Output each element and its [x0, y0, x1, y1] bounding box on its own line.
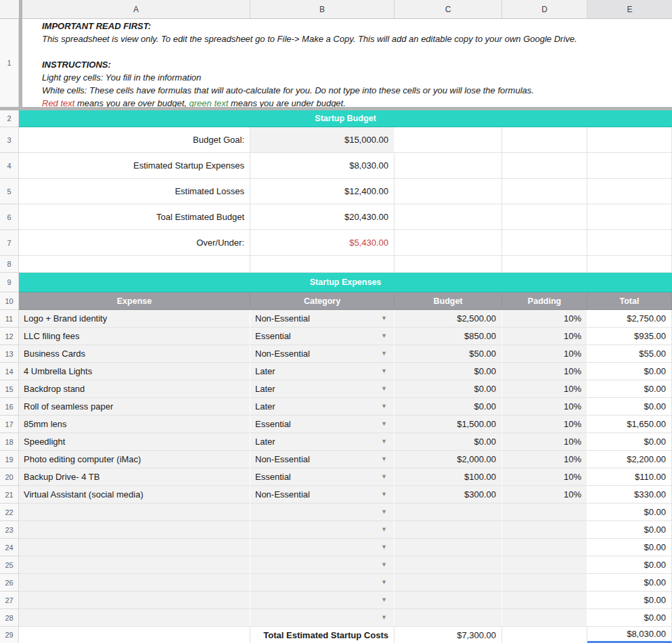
padding-cell[interactable]: 10%: [502, 363, 587, 380]
grand-total-cell[interactable]: $8,030.00: [587, 627, 672, 643]
budget-cell[interactable]: [395, 592, 502, 609]
dropdown-arrow-icon[interactable]: ▼: [381, 509, 387, 515]
dropdown-arrow-icon[interactable]: ▼: [381, 439, 387, 445]
padding-cell[interactable]: 10%: [502, 416, 587, 433]
dropdown-arrow-icon[interactable]: ▼: [381, 491, 387, 497]
expense-name-cell[interactable]: Backdrop stand: [19, 380, 250, 398]
total-cell[interactable]: $0.00: [587, 539, 672, 556]
expense-name-cell[interactable]: [19, 574, 250, 592]
row-header[interactable]: 12: [0, 328, 19, 345]
expense-name-cell[interactable]: [19, 556, 250, 574]
budget-cell[interactable]: $300.00: [395, 486, 502, 504]
summary-value-cell[interactable]: $5,430.00: [250, 230, 395, 256]
empty-cell[interactable]: [587, 204, 672, 230]
total-budget-cell[interactable]: $7,300.00: [395, 627, 502, 643]
empty-cell[interactable]: [587, 127, 672, 153]
row-header[interactable]: 16: [0, 398, 19, 416]
dropdown-arrow-icon[interactable]: ▼: [381, 544, 387, 550]
budget-cell[interactable]: [395, 521, 502, 539]
budget-cell[interactable]: $50.00: [395, 345, 502, 363]
budget-cell[interactable]: $850.00: [395, 328, 502, 345]
row-header[interactable]: 6: [0, 204, 19, 230]
row-header[interactable]: 19: [0, 451, 19, 468]
total-cell[interactable]: $330.00: [587, 486, 672, 504]
header-expense[interactable]: Expense: [19, 292, 250, 310]
summary-value-cell[interactable]: $8,030.00: [250, 153, 395, 179]
row-header[interactable]: 17: [0, 416, 19, 433]
category-cell[interactable]: Non-Essential▼: [250, 486, 395, 504]
summary-label-cell[interactable]: Estimated Losses: [19, 179, 250, 204]
budget-cell[interactable]: [395, 574, 502, 592]
budget-cell[interactable]: [395, 539, 502, 556]
row-header[interactable]: 25: [0, 556, 19, 574]
startup-budget-title-cell[interactable]: Startup Budget: [19, 110, 672, 127]
expense-name-cell[interactable]: Speedlight: [19, 433, 250, 451]
startup-expenses-title-cell[interactable]: Startup Expenses: [19, 273, 672, 292]
total-cell[interactable]: $0.00: [587, 380, 672, 398]
empty-cell[interactable]: [395, 230, 502, 256]
category-cell[interactable]: Non-Essential▼: [250, 310, 395, 328]
expense-name-cell[interactable]: Backup Drive- 4 TB: [19, 468, 250, 486]
category-cell[interactable]: Later▼: [250, 433, 395, 451]
total-cell[interactable]: $2,200.00: [587, 451, 672, 468]
expense-name-cell[interactable]: Logo + Brand identity: [19, 310, 250, 328]
summary-label-cell[interactable]: Budget Goal:: [19, 127, 250, 153]
category-cell[interactable]: ▼: [250, 504, 395, 521]
expense-name-cell[interactable]: LLC filing fees: [19, 328, 250, 345]
budget-cell[interactable]: $0.00: [395, 363, 502, 380]
budget-cell[interactable]: $0.00: [395, 398, 502, 416]
empty-cell[interactable]: [502, 204, 587, 230]
row-header[interactable]: 21: [0, 486, 19, 504]
expense-name-cell[interactable]: [19, 592, 250, 609]
category-cell[interactable]: ▼: [250, 609, 395, 627]
budget-cell[interactable]: [395, 609, 502, 627]
row-header[interactable]: 14: [0, 363, 19, 380]
category-cell[interactable]: Essential▼: [250, 468, 395, 486]
padding-cell[interactable]: [502, 574, 587, 592]
row-header-1[interactable]: 1: [0, 19, 19, 107]
header-padding[interactable]: Padding: [502, 292, 587, 310]
padding-cell[interactable]: 10%: [502, 433, 587, 451]
row-header[interactable]: 7: [0, 230, 19, 256]
empty-cell[interactable]: [250, 256, 395, 273]
category-cell[interactable]: Later▼: [250, 363, 395, 380]
padding-cell[interactable]: 10%: [502, 468, 587, 486]
dropdown-arrow-icon[interactable]: ▼: [381, 562, 387, 568]
empty-cell[interactable]: [502, 127, 587, 153]
dropdown-arrow-icon[interactable]: ▼: [381, 474, 387, 480]
header-category[interactable]: Category: [250, 292, 395, 310]
category-cell[interactable]: Essential▼: [250, 328, 395, 345]
summary-label-cell[interactable]: Toal Estimated Budget: [19, 204, 250, 230]
dropdown-arrow-icon[interactable]: ▼: [381, 351, 387, 357]
category-cell[interactable]: ▼: [250, 556, 395, 574]
total-cell[interactable]: $0.00: [587, 398, 672, 416]
category-cell[interactable]: ▼: [250, 521, 395, 539]
row-header[interactable]: 13: [0, 345, 19, 363]
empty-cell[interactable]: [502, 153, 587, 179]
row-header[interactable]: 11: [0, 310, 19, 328]
dropdown-arrow-icon[interactable]: ▼: [381, 403, 387, 409]
expense-name-cell[interactable]: Photo editing computer (iMac): [19, 451, 250, 468]
row-header[interactable]: 24: [0, 539, 19, 556]
total-cell[interactable]: $0.00: [587, 556, 672, 574]
empty-cell[interactable]: [587, 256, 672, 273]
total-cell[interactable]: $110.00: [587, 468, 672, 486]
category-cell[interactable]: ▼: [250, 574, 395, 592]
empty-cell[interactable]: [502, 256, 587, 273]
budget-cell[interactable]: $2,000.00: [395, 451, 502, 468]
header-total[interactable]: Total: [587, 292, 672, 310]
padding-cell[interactable]: [502, 556, 587, 574]
expense-name-cell[interactable]: Business Cards: [19, 345, 250, 363]
dropdown-arrow-icon[interactable]: ▼: [381, 579, 387, 585]
dropdown-arrow-icon[interactable]: ▼: [381, 456, 387, 462]
total-cell[interactable]: $0.00: [587, 504, 672, 521]
dropdown-arrow-icon[interactable]: ▼: [381, 368, 387, 374]
total-cell[interactable]: $2,750.00: [587, 310, 672, 328]
row-header[interactable]: 22: [0, 504, 19, 521]
column-header-e[interactable]: E: [587, 0, 672, 19]
empty-cell[interactable]: [19, 627, 250, 643]
total-cell[interactable]: $0.00: [587, 363, 672, 380]
padding-cell[interactable]: [502, 609, 587, 627]
summary-value-cell[interactable]: $12,400.00: [250, 179, 395, 204]
column-header-a[interactable]: A: [22, 0, 250, 19]
